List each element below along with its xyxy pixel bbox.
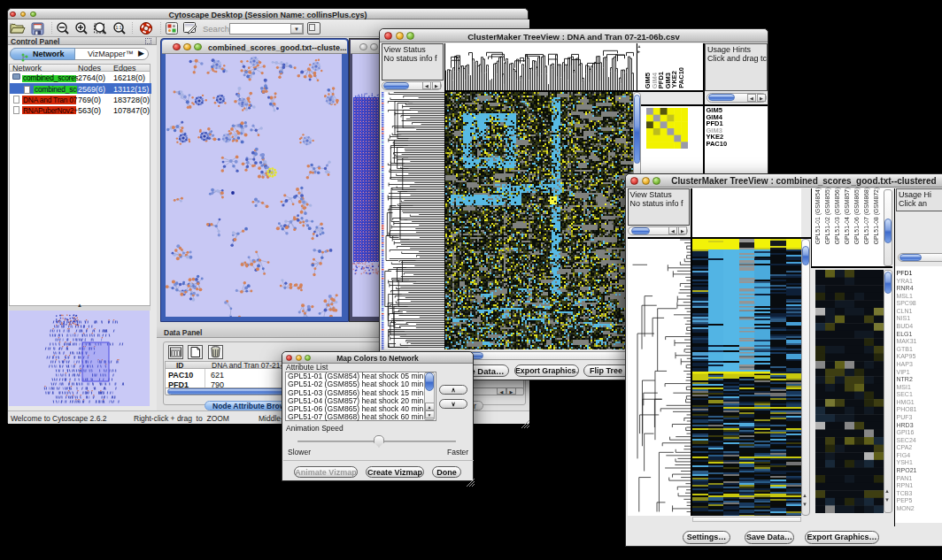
svg-text:1:1: 1:1: [116, 25, 122, 30]
